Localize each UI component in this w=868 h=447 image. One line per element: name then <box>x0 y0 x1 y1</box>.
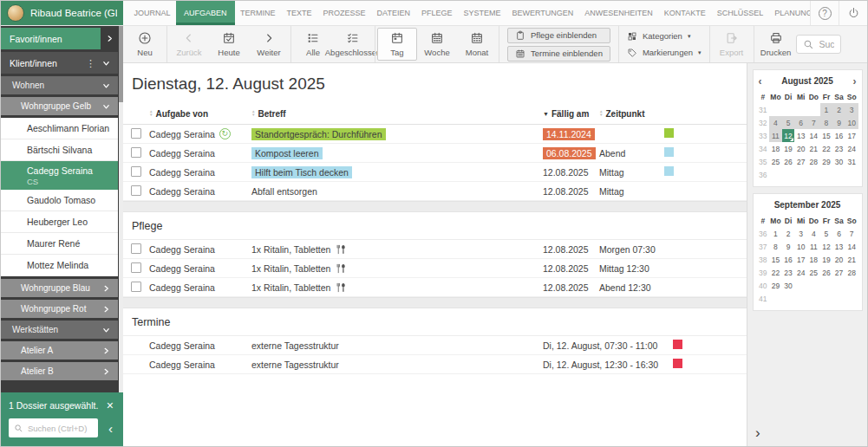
calendar-prev-button[interactable]: ‹ <box>757 74 764 88</box>
tab-texte[interactable]: TEXTE <box>281 1 317 25</box>
calendar-day[interactable]: 21 <box>807 142 820 155</box>
column-zeitpunkt[interactable]: ▲▼Zeitpunkt <box>599 109 664 119</box>
markers-menu[interactable]: Markierungen▾ <box>627 48 702 58</box>
calendar-day[interactable]: 14 <box>845 240 858 253</box>
calendar-day[interactable]: 24 <box>845 142 858 155</box>
calendar-day[interactable]: 12 <box>820 240 833 253</box>
calendar-day[interactable]: 28 <box>807 155 820 168</box>
calendar-day[interactable]: 31 <box>845 155 858 168</box>
help-button[interactable]: ? <box>810 1 839 25</box>
user-menu[interactable]: Ribaud Beatrice (GL) <box>1 1 123 25</box>
completed-button[interactable]: Abgeschlossen <box>333 29 373 60</box>
calendar-day[interactable]: 25 <box>807 266 820 279</box>
calendar-day[interactable]: 25 <box>769 155 782 168</box>
dossier-search-input[interactable] <box>28 424 93 433</box>
calendar-day[interactable]: 9 <box>782 240 795 253</box>
calendar-day[interactable]: 17 <box>845 129 858 142</box>
row-checkbox[interactable] <box>131 185 141 196</box>
tab-anwesenheiten[interactable]: ANWESENHEITEN <box>579 1 659 25</box>
back-button[interactable]: Zurück <box>169 29 209 60</box>
sidebar-item-atelier-b[interactable]: Atelier B <box>1 362 118 380</box>
calendar-day[interactable]: 21 <box>845 253 858 266</box>
calendar-day[interactable]: 28 <box>845 266 858 279</box>
calendar-day[interactable]: 27 <box>794 155 807 168</box>
sidebar-item-wohnen[interactable]: Wohnen <box>1 76 118 94</box>
calendar-day[interactable]: 13 <box>794 129 807 142</box>
calendar-day[interactable]: 2 <box>782 227 795 240</box>
sidebar-item-wohngruppe-gelb[interactable]: Wohngruppe Gelb <box>1 97 118 115</box>
calendar-day[interactable]: 7 <box>807 116 820 129</box>
column-betreff[interactable]: ▲▼Betreff <box>251 109 543 119</box>
calendar-day[interactable]: 6 <box>832 227 845 240</box>
column-aufgabe-von[interactable]: ▲▼Aufgabe von <box>149 109 251 119</box>
care-row[interactable]: Cadegg Seraina 1x Ritalin, Tabletten 12.… <box>123 240 747 259</box>
calendar-day[interactable]: 11 <box>769 129 782 142</box>
calendar-day[interactable]: 15 <box>769 253 782 266</box>
appointment-row[interactable]: Cadegg Seraina externe Tagesstruktur Di,… <box>123 355 747 374</box>
new-button[interactable]: Neu <box>125 29 165 60</box>
calendar-day[interactable]: 12 <box>782 129 795 142</box>
calendar-day[interactable]: 17 <box>794 253 807 266</box>
calendar-day[interactable]: 11 <box>807 240 820 253</box>
care-row[interactable]: Cadegg Seraina 1x Ritalin, Tabletten 12.… <box>123 278 747 297</box>
row-checkbox[interactable] <box>131 243 141 254</box>
calendar-day[interactable]: 19 <box>782 142 795 155</box>
calendar-day[interactable]: 18 <box>807 253 820 266</box>
calendar-day[interactable]: 9 <box>832 116 845 129</box>
calendar-day[interactable]: 26 <box>820 266 833 279</box>
column-faellig-am[interactable]: ▼Fällig am <box>543 109 599 119</box>
sidebar-client-item[interactable]: Mottez Melinda <box>1 255 118 276</box>
task-row[interactable]: Cadegg Seraina Kompost leeren 06.08.2025… <box>123 144 747 163</box>
sidebar-client-item[interactable]: Bärtschi Silvana <box>1 139 118 161</box>
tab-aufgaben[interactable]: AUFGABEN <box>176 1 235 25</box>
tab-pflege[interactable]: PFLEGE <box>415 1 458 25</box>
calendar-day[interactable]: 18 <box>769 142 782 155</box>
sidebar-client-item[interactable]: Maurer René <box>1 233 118 255</box>
toolbar-search[interactable] <box>796 35 841 54</box>
task-row[interactable]: Cadegg Seraina↻ Standortgespräch: Durchf… <box>123 125 747 144</box>
row-checkbox[interactable] <box>131 147 141 158</box>
task-row[interactable]: Cadegg Seraina Hilft beim Tisch decken 1… <box>123 163 747 182</box>
tab-dateien[interactable]: DATEIEN <box>371 1 415 25</box>
sidebar-item-wohngruppe-blau[interactable]: Wohngruppe Blau <box>1 279 118 297</box>
dossier-search[interactable] <box>9 418 98 437</box>
calendar-day[interactable]: 27 <box>832 266 845 279</box>
calendar-day[interactable]: 26 <box>782 155 795 168</box>
calendar-day[interactable]: 15 <box>820 129 833 142</box>
calendar-day[interactable]: 19 <box>820 253 833 266</box>
care-row[interactable]: Cadegg Seraina 1x Ritalin, Tabletten 12.… <box>123 259 747 278</box>
calendar-day[interactable]: 16 <box>832 129 845 142</box>
calendar-day[interactable]: 30 <box>782 279 795 292</box>
search-input[interactable] <box>819 39 834 49</box>
calendar-day[interactable]: 29 <box>820 155 833 168</box>
sidebar-client-item[interactable]: Heuberger Leo <box>1 211 118 233</box>
tab-termine[interactable]: TERMINE <box>235 1 282 25</box>
calendar-day[interactable]: 2 <box>832 103 845 116</box>
calendar-day[interactable]: 20 <box>832 253 845 266</box>
tab-prozesse[interactable]: PROZESSE <box>317 1 371 25</box>
calendar-next-button[interactable]: › <box>852 74 858 88</box>
calendar-day[interactable]: 10 <box>794 240 807 253</box>
week-view-button[interactable]: Woche <box>417 29 457 60</box>
calendar-day[interactable]: 1 <box>769 227 782 240</box>
calendar-day[interactable]: 20 <box>794 142 807 155</box>
calendar-day[interactable]: 24 <box>794 266 807 279</box>
calendar-day[interactable]: 4 <box>807 227 820 240</box>
calendar-day[interactable]: 22 <box>769 266 782 279</box>
sidebar-client-item-selected[interactable]: Cadegg Seraina CS <box>1 161 118 190</box>
logout-button[interactable] <box>839 1 867 25</box>
tab-schluessel[interactable]: SCHLÜSSEL <box>711 1 769 25</box>
categories-menu[interactable]: Kategorien▾ <box>627 31 702 42</box>
calendar-day[interactable]: 4 <box>769 116 782 129</box>
calendar-day[interactable]: 5 <box>820 227 833 240</box>
calendar-day[interactable]: 8 <box>769 240 782 253</box>
task-row[interactable]: Cadegg Seraina Abfall entsorgen 12.08.20… <box>123 182 747 201</box>
calendar-day[interactable]: 1 <box>820 103 833 116</box>
print-button[interactable]: Drucken <box>756 29 796 60</box>
calendar-day[interactable]: 3 <box>794 227 807 240</box>
calendar-day[interactable]: 13 <box>832 240 845 253</box>
today-button[interactable]: Heute <box>209 29 249 60</box>
sidebar-item-werkstaetten[interactable]: Werkstätten <box>1 321 118 339</box>
row-checkbox[interactable] <box>131 128 141 139</box>
calendar-day[interactable]: 6 <box>794 116 807 129</box>
